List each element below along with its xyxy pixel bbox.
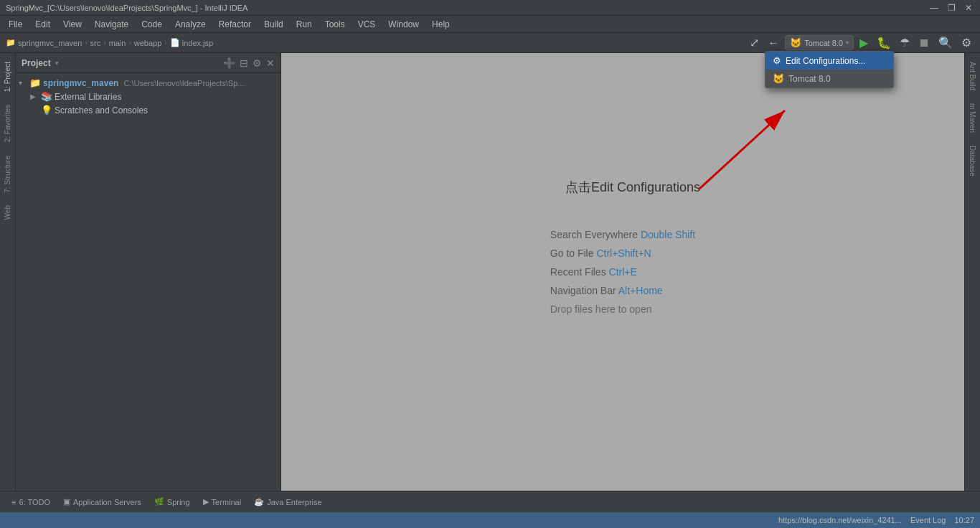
expand-button[interactable]: ⤢ [747, 34, 762, 51]
run-config-dropdown[interactable]: 🐱 Tomcat 8.0 ▾ [785, 35, 854, 50]
shortcut-search: Search Everywhere Double Shift [550, 229, 695, 240]
menu-item-code[interactable]: Code [136, 18, 168, 31]
todo-icon: ≡ [11, 498, 16, 506]
sidebar-tab-structure[interactable]: 7: Structure [2, 150, 13, 199]
menu-item-build[interactable]: Build [258, 18, 289, 31]
menu-item-refactor[interactable]: Refactor [213, 18, 257, 31]
stop-button[interactable]: ⏹ [915, 35, 933, 51]
panel-close-button[interactable]: ✕ [266, 57, 275, 69]
annotation-text: 点击Edit Configurations [565, 179, 700, 196]
folder-icon: 📁 [6, 38, 16, 47]
project-root-label: springmvc_maven [43, 78, 118, 88]
dropdown-arrow-icon: ▾ [846, 39, 849, 46]
tomcat-icon: 🐱 [790, 37, 801, 48]
right-sidebar: Ant Build m Maven Database [964, 53, 980, 491]
menu-item-navigate[interactable]: Navigate [89, 18, 134, 31]
right-tab-database[interactable]: Database [967, 140, 978, 182]
main-layout: 1: Project 2: Favorites 7: Structure Web… [0, 53, 980, 491]
breadcrumb-main[interactable]: main [109, 39, 126, 47]
breadcrumb-project[interactable]: 📁 springmvc_maven [6, 38, 82, 47]
dropdown-item-edit-configs[interactable]: ⚙ Edit Configurations... [765, 52, 893, 70]
breadcrumb: 📁 springmvc_maven › src › main › webapp … [6, 38, 213, 47]
bottom-tab-java-enterprise[interactable]: ☕ Java Enterprise [248, 496, 327, 508]
close-button[interactable]: ✕ [963, 3, 974, 13]
tree-item-scratches[interactable]: ▶ 💡 Scratches and Consoles [16, 103, 281, 117]
bottom-tab-app-servers[interactable]: ▣ Application Servers [57, 496, 147, 508]
event-log-link[interactable]: Event Log [910, 516, 946, 524]
status-right: https://blog.csdn.net/weixin_4241... Eve… [778, 516, 974, 524]
scratches-label: Scratches and Consoles [55, 105, 148, 116]
bottom-tab-terminal[interactable]: ▶ Terminal [197, 496, 248, 508]
right-tab-ant-build[interactable]: Ant Build [967, 56, 978, 96]
project-root-path: C:\Users\lenovo\IdeaProjects\Sp... [123, 79, 244, 88]
project-panel-title: Project [22, 58, 51, 68]
breadcrumb-webapp[interactable]: webapp [134, 39, 162, 47]
breadcrumb-sep-1: › [85, 39, 87, 47]
menu-item-view[interactable]: View [57, 18, 88, 31]
run-with-coverage-button[interactable]: ☂ [897, 34, 913, 51]
edit-configs-icon: ⚙ [773, 55, 781, 66]
bottom-tab-spring[interactable]: 🌿 Spring [149, 496, 196, 508]
menu-bar: FileEditViewNavigateCodeAnalyzeRefactorB… [0, 16, 980, 33]
sidebar-tab-favorites[interactable]: 2: Favorites [2, 99, 13, 148]
project-tree: ▾ 📁 springmvc_maven C:\Users\lenovo\Idea… [16, 73, 281, 491]
menu-item-edit[interactable]: Edit [29, 18, 56, 31]
jsp-file-icon: 📄 [170, 38, 180, 47]
external-libs-icon: 📚 [41, 91, 52, 102]
bottom-tab-spring-label: Spring [167, 498, 190, 506]
breadcrumb-file[interactable]: 📄 index.jsp [170, 38, 213, 47]
run-button[interactable]: ▶ [857, 34, 871, 51]
menu-item-file[interactable]: File [3, 18, 28, 31]
window-title: SpringMvc_[C:\Users\lenovo\IdeaProjects\… [6, 4, 248, 12]
tree-arrow-root: ▾ [19, 79, 27, 87]
status-bar: https://blog.csdn.net/weixin_4241... Eve… [0, 512, 980, 528]
menu-item-window[interactable]: Window [382, 18, 425, 31]
project-panel: Project ▾ ➕ ⊟ ⚙ ✕ ▾ 📁 springmvc_maven C:… [16, 53, 281, 491]
status-url: https://blog.csdn.net/weixin_4241... [778, 516, 902, 524]
tree-item-root[interactable]: ▾ 📁 springmvc_maven C:\Users\lenovo\Idea… [16, 76, 281, 90]
settings-button[interactable]: ⚙ [958, 34, 974, 51]
bottom-tab-java-enterprise-label: Java Enterprise [267, 498, 321, 506]
menu-item-run[interactable]: Run [291, 18, 318, 31]
panel-add-button[interactable]: ➕ [223, 57, 235, 69]
menu-item-help[interactable]: Help [426, 18, 456, 31]
sidebar-tab-web[interactable]: Web [2, 199, 13, 225]
search-everywhere-button[interactable]: 🔍 [936, 34, 956, 51]
external-libs-label: External Libraries [55, 92, 121, 102]
tomcat-menu-icon: 🐱 [773, 73, 784, 84]
panel-collapse-button[interactable]: ⊟ [240, 57, 248, 69]
window-controls: — ❐ ✕ [928, 3, 974, 13]
dropdown-item-edit-configs-label: Edit Configurations... [786, 56, 865, 66]
menu-item-analyze[interactable]: Analyze [169, 18, 212, 31]
project-panel-header: Project ▾ ➕ ⊟ ⚙ ✕ [16, 53, 281, 73]
terminal-icon: ▶ [203, 497, 209, 506]
tree-item-external-libs[interactable]: ▶ 📚 External Libraries [16, 90, 281, 103]
breadcrumb-sep-2: › [103, 39, 105, 47]
back-button[interactable]: ← [765, 35, 782, 51]
sidebar-tab-project[interactable]: 1: Project [2, 56, 13, 98]
title-bar: SpringMvc_[C:\Users\lenovo\IdeaProjects\… [0, 0, 980, 16]
breadcrumb-bar: 📁 springmvc_maven › src › main › webapp … [0, 33, 980, 53]
panel-actions: ➕ ⊟ ⚙ ✕ [223, 57, 275, 69]
debug-button[interactable]: 🐛 [874, 34, 894, 51]
maximize-button[interactable]: ❐ [946, 3, 957, 13]
menu-item-vcs[interactable]: VCS [352, 18, 382, 31]
panel-settings-button[interactable]: ⚙ [253, 57, 262, 69]
scratches-icon: 💡 [41, 105, 52, 116]
java-enterprise-icon: ☕ [254, 497, 264, 506]
minimize-button[interactable]: — [928, 3, 940, 13]
spring-icon: 🌿 [154, 497, 164, 506]
shortcut-nav-bar: Navigation Bar Alt+Home [550, 285, 695, 296]
project-root-icon: 📁 [29, 77, 41, 88]
dropdown-item-tomcat[interactable]: 🐱 Tomcat 8.0 [765, 70, 893, 88]
right-tab-maven[interactable]: m Maven [967, 98, 978, 138]
bottom-tab-todo[interactable]: ≡ 6: TODO [6, 496, 56, 508]
svg-line-1 [699, 110, 785, 189]
breadcrumb-sep-3: › [128, 39, 131, 47]
bottom-tab-todo-label: 6: TODO [19, 498, 50, 506]
breadcrumb-src[interactable]: src [90, 39, 101, 47]
menu-item-tools[interactable]: Tools [319, 18, 351, 31]
shortcut-drop-files: Drop files here to open [550, 303, 695, 315]
shortcut-goto-file: Go to File Ctrl+Shift+N [550, 248, 695, 259]
tree-arrow-external-libs: ▶ [30, 93, 39, 100]
